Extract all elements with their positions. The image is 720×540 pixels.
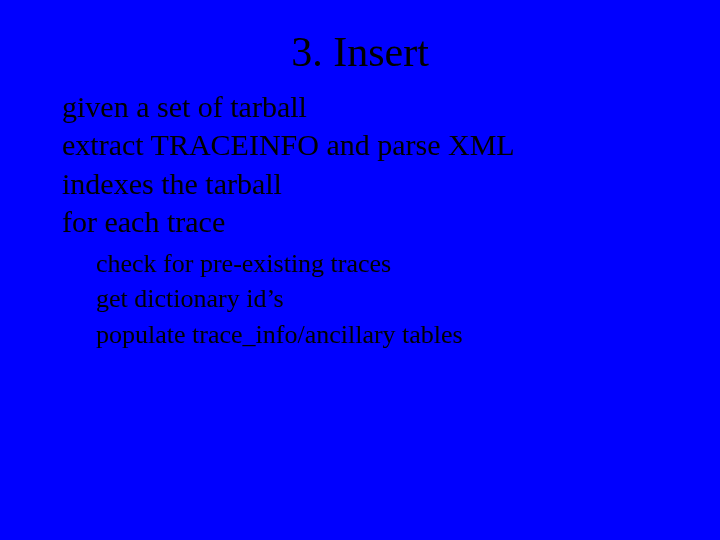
bullet-level1: indexes the tarball xyxy=(62,165,680,203)
bullet-level2: populate trace_info/ancillary tables xyxy=(96,317,680,353)
bullet-level2: get dictionary id’s xyxy=(96,281,680,317)
bullet-level2: check for pre-existing traces xyxy=(96,246,680,282)
slide-body: given a set of tarball extract TRACEINFO… xyxy=(0,88,720,353)
slide-title: 3. Insert xyxy=(0,0,720,88)
sub-bullet-group: check for pre-existing traces get dictio… xyxy=(62,242,680,354)
slide: 3. Insert given a set of tarball extract… xyxy=(0,0,720,540)
bullet-level1: extract TRACEINFO and parse XML xyxy=(62,126,680,164)
bullet-level1: for each trace xyxy=(62,203,680,241)
bullet-level1: given a set of tarball xyxy=(62,88,680,126)
